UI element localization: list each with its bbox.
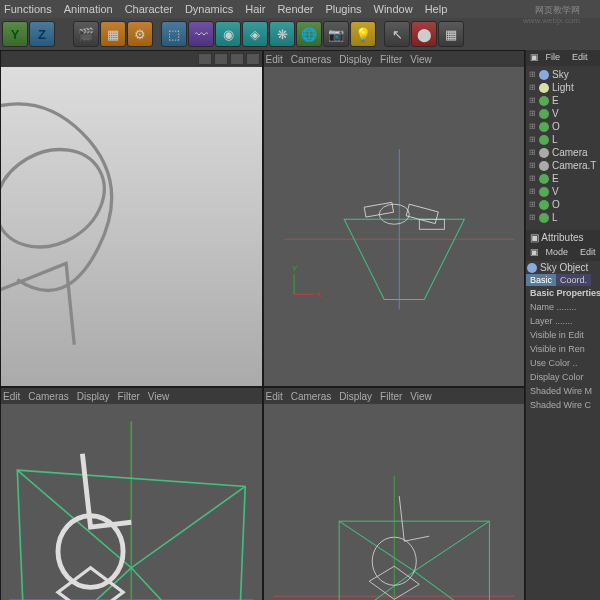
main-menubar: Functions Animation Character Dynamics H… <box>0 0 600 18</box>
property-row[interactable]: Shaded Wire C <box>526 398 600 412</box>
render-icon[interactable]: ▦ <box>100 21 126 47</box>
object-item[interactable]: ⊞O <box>528 198 598 211</box>
front-canvas[interactable] <box>264 404 525 600</box>
object-item[interactable]: ⊞O <box>528 120 598 133</box>
object-list[interactable]: ⊞Sky⊞Light⊞E⊞V⊞O⊞L⊞Camera⊞Camera.T⊞E⊞V⊞O… <box>526 66 600 226</box>
attributes-title: ▣ Attributes <box>526 230 600 245</box>
menu-window[interactable]: Window <box>374 3 413 15</box>
generator-icon[interactable]: ◈ <box>242 21 268 47</box>
right-panel: ▣ File Edit ⊞Sky⊞Light⊞E⊞V⊞O⊞L⊞Camera⊞Ca… <box>525 50 600 600</box>
right-canvas[interactable]: Z Y <box>1 404 262 600</box>
light-icon[interactable]: 💡 <box>350 21 376 47</box>
vp-menu-filter[interactable]: Filter <box>380 391 402 402</box>
render-settings-icon[interactable]: ⚙ <box>127 21 153 47</box>
watermark-url: www.webjx.com <box>523 16 580 25</box>
property-row[interactable]: Name ........ <box>526 300 600 314</box>
svg-marker-3 <box>344 219 464 299</box>
vp-menu-filter[interactable]: Filter <box>118 391 140 402</box>
vp-menu-filter[interactable]: Filter <box>380 54 402 65</box>
axis-z-button[interactable]: Z <box>29 21 55 47</box>
svg-text:X: X <box>316 290 322 299</box>
object-item[interactable]: ⊞V <box>528 185 598 198</box>
vp-menu-cameras[interactable]: Cameras <box>28 391 69 402</box>
deformer-icon[interactable]: ❋ <box>269 21 295 47</box>
object-item[interactable]: ⊞E <box>528 172 598 185</box>
object-item[interactable]: ⊞V <box>528 107 598 120</box>
vp-menu-edit[interactable]: Edit <box>3 391 20 402</box>
top-canvas[interactable]: X Y <box>264 67 525 386</box>
svg-point-0 <box>1 130 122 266</box>
environment-icon[interactable]: 🌐 <box>296 21 322 47</box>
section-basic-properties: Basic Properties <box>526 286 600 300</box>
object-item[interactable]: ⊞Sky <box>528 68 598 81</box>
menu-help[interactable]: Help <box>425 3 448 15</box>
viewport-perspective[interactable] <box>0 50 263 387</box>
object-item[interactable]: ⊞Camera.T <box>528 159 598 172</box>
vp-menu-edit[interactable]: Edit <box>266 391 283 402</box>
menu-hair[interactable]: Hair <box>245 3 265 15</box>
vp-menu-view[interactable]: View <box>148 391 170 402</box>
property-row[interactable]: Shaded Wire M <box>526 384 600 398</box>
record-icon[interactable]: ⬤ <box>411 21 437 47</box>
camera-icon[interactable]: 📷 <box>323 21 349 47</box>
viewport-top[interactable]: Edit Cameras Display Filter View Top <box>263 50 526 387</box>
vp-menu-view[interactable]: View <box>410 391 432 402</box>
vp-menu-display[interactable]: Display <box>77 391 110 402</box>
vp-menu-display[interactable]: Display <box>339 54 372 65</box>
object-item[interactable]: ⊞Light <box>528 81 598 94</box>
vp-menu-edit[interactable]: Edit <box>266 54 283 65</box>
object-item[interactable]: ⊞L <box>528 211 598 224</box>
nurbs-icon[interactable]: ◉ <box>215 21 241 47</box>
menu-animation[interactable]: Animation <box>64 3 113 15</box>
menu-render[interactable]: Render <box>277 3 313 15</box>
viewport-front[interactable]: Edit Cameras Display Filter View Front <box>263 387 526 600</box>
svg-text:Y: Y <box>292 264 298 273</box>
vp-menu-cameras[interactable]: Cameras <box>291 54 332 65</box>
menu-dynamics[interactable]: Dynamics <box>185 3 233 15</box>
subtab-basic[interactable]: Basic <box>526 274 556 286</box>
axis-y-button[interactable]: Y <box>2 21 28 47</box>
svg-rect-5 <box>406 204 438 223</box>
menu-functions[interactable]: Functions <box>4 3 52 15</box>
viewport-right[interactable]: Edit Cameras Display Filter View <box>0 387 263 600</box>
vp-menu-view[interactable]: View <box>410 54 432 65</box>
subtab-coord[interactable]: Coord. <box>556 274 591 286</box>
render-canvas[interactable] <box>1 67 262 386</box>
property-row[interactable]: Use Color .. <box>526 356 600 370</box>
property-row[interactable]: Layer ....... <box>526 314 600 328</box>
menu-plugins[interactable]: Plugins <box>325 3 361 15</box>
viewport-area: Edit Cameras Display Filter View Top <box>0 50 600 468</box>
clapper-icon[interactable]: 🎬 <box>73 21 99 47</box>
vp-nav-icon[interactable] <box>214 53 228 65</box>
vp-menu-display[interactable]: Display <box>339 391 372 402</box>
property-row[interactable]: Display Color <box>526 370 600 384</box>
tab-edit[interactable]: Edit <box>576 245 600 261</box>
main-toolbar: Y Z 🎬 ▦ ⚙ ⬚ 〰 ◉ ◈ ❋ 🌐 📷 💡 ↖ ⬤ ▦ <box>0 18 600 50</box>
tag-icon[interactable]: ▦ <box>438 21 464 47</box>
property-row[interactable]: Visible in Edit <box>526 328 600 342</box>
spline-icon[interactable]: 〰 <box>188 21 214 47</box>
object-manager-tabs: ▣ File Edit <box>526 50 600 66</box>
vp-menu-cameras[interactable]: Cameras <box>291 391 332 402</box>
tab-edit[interactable]: Edit <box>568 50 592 66</box>
cube-icon[interactable]: ⬚ <box>161 21 187 47</box>
tab-mode[interactable]: ▣ Mode <box>526 245 576 261</box>
svg-rect-21 <box>339 522 489 600</box>
object-item[interactable]: ⊞L <box>528 133 598 146</box>
vp-nav-icon[interactable] <box>230 53 244 65</box>
vp-nav-icon[interactable] <box>246 53 260 65</box>
object-item[interactable]: ⊞E <box>528 94 598 107</box>
tab-file[interactable]: ▣ File <box>526 50 568 66</box>
menu-character[interactable]: Character <box>125 3 173 15</box>
object-item[interactable]: ⊞Camera <box>528 146 598 159</box>
selected-object-label: Sky Object <box>526 261 600 274</box>
vp-nav-icon[interactable] <box>198 53 212 65</box>
select-icon[interactable]: ↖ <box>384 21 410 47</box>
property-row[interactable]: Visible in Ren <box>526 342 600 356</box>
